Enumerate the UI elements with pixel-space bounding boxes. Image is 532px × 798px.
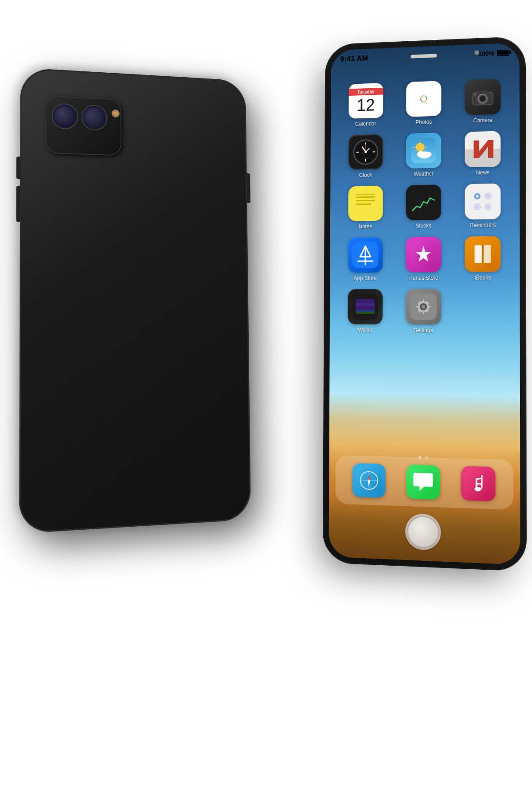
svg-rect-29 bbox=[411, 138, 436, 163]
power-button[interactable] bbox=[247, 173, 250, 203]
app-item-wallet[interactable]: Wallet bbox=[338, 289, 392, 333]
volume-up-button[interactable] bbox=[16, 156, 20, 179]
app-icon-stocks[interactable] bbox=[406, 184, 442, 220]
app-icon-calendar[interactable]: Tuesday 12 bbox=[348, 83, 383, 119]
svg-point-72 bbox=[422, 305, 425, 309]
app-item-calendar[interactable]: Tuesday 12 Calendar bbox=[339, 82, 392, 128]
svg-rect-62 bbox=[484, 245, 491, 263]
settings-svg bbox=[410, 293, 437, 320]
camera-svg bbox=[472, 88, 494, 106]
app-icon-news[interactable] bbox=[465, 131, 501, 167]
svg-rect-68 bbox=[356, 303, 375, 306]
camera-bump bbox=[45, 95, 121, 156]
svg-rect-63 bbox=[482, 245, 484, 263]
phone-back bbox=[19, 67, 251, 533]
app-label-photos: Photos bbox=[415, 119, 432, 125]
dock-icon-music[interactable] bbox=[461, 466, 496, 501]
app-item-notes[interactable]: Notes bbox=[339, 185, 392, 230]
app-item-news[interactable]: News bbox=[455, 131, 511, 176]
app-item-itunes[interactable]: iTunes Store bbox=[396, 237, 451, 282]
messages-svg bbox=[410, 468, 436, 496]
itunes-svg bbox=[410, 241, 437, 268]
status-time: 9:41 AM bbox=[340, 54, 368, 64]
app-item-stocks[interactable]: Stocks bbox=[396, 184, 451, 229]
app-item-photos[interactable]: Photos bbox=[397, 80, 451, 126]
app-label-itunes: iTunes Store bbox=[408, 275, 438, 281]
app-label-camera: Camera bbox=[473, 117, 492, 124]
app-icon-camera[interactable] bbox=[465, 78, 501, 115]
app-label-clock: Clock bbox=[359, 172, 372, 178]
dock-icon-safari[interactable] bbox=[352, 463, 385, 498]
dock-icon-messages[interactable] bbox=[406, 465, 440, 500]
calendar-day: Tuesday bbox=[348, 88, 383, 96]
app-label-ibooks: iBooks bbox=[475, 274, 491, 281]
status-right: 100% bbox=[478, 49, 510, 58]
app-label-appstore: App Store bbox=[354, 275, 377, 282]
app-icon-ibooks[interactable] bbox=[465, 236, 501, 272]
app-label-wallet: Wallet bbox=[358, 327, 372, 333]
stocks-svg bbox=[411, 189, 437, 216]
music-svg bbox=[465, 470, 492, 498]
app-label-stocks: Stocks bbox=[415, 223, 431, 229]
app-item-reminders[interactable]: Reminders bbox=[455, 183, 511, 228]
weather-svg bbox=[411, 138, 436, 163]
photos-svg bbox=[411, 85, 437, 112]
ibooks-svg bbox=[469, 241, 497, 268]
dock-app-messages[interactable] bbox=[406, 465, 440, 500]
app-icon-itunes[interactable] bbox=[406, 237, 441, 272]
app-item-camera[interactable]: Camera bbox=[455, 78, 511, 125]
dock bbox=[336, 455, 513, 510]
app-label-weather: Weather bbox=[414, 171, 434, 177]
dock-app-music[interactable] bbox=[461, 466, 496, 501]
reminders-svg bbox=[469, 188, 497, 215]
app-icon-photos[interactable] bbox=[406, 81, 441, 117]
scene: 9:41 AM 100% Tuesday 12 Calendar bbox=[0, 0, 532, 798]
svg-rect-46 bbox=[469, 188, 497, 215]
app-icon-clock[interactable] bbox=[348, 134, 383, 170]
svg-rect-43 bbox=[356, 203, 371, 205]
news-svg bbox=[465, 131, 501, 167]
battery-fill bbox=[498, 51, 508, 55]
clock-svg bbox=[352, 139, 379, 165]
flash bbox=[112, 110, 120, 118]
app-icon-settings[interactable] bbox=[406, 289, 441, 325]
app-icon-reminders[interactable] bbox=[465, 184, 501, 220]
calendar-date: 12 bbox=[356, 95, 375, 113]
lens-2 bbox=[82, 105, 106, 130]
app-icon-appstore[interactable] bbox=[348, 237, 383, 273]
phone-screen: 9:41 AM 100% Tuesday 12 Calendar bbox=[329, 43, 520, 565]
battery-percent: 100% bbox=[478, 50, 494, 57]
app-item-appstore[interactable]: App Store bbox=[339, 237, 392, 282]
app-item-clock[interactable]: Clock bbox=[339, 134, 392, 179]
app-item-weather[interactable]: Weather bbox=[397, 132, 451, 177]
app-label-notes: Notes bbox=[359, 223, 372, 230]
app-label-settings: Settings bbox=[414, 327, 433, 333]
dock-app-safari[interactable] bbox=[352, 463, 385, 498]
app-icon-wallet[interactable] bbox=[348, 289, 382, 324]
battery-icon bbox=[497, 50, 509, 56]
lens-1 bbox=[53, 104, 77, 129]
notes-svg bbox=[352, 190, 379, 217]
app-item-settings[interactable]: Settings bbox=[396, 289, 451, 333]
app-label-news: News bbox=[476, 169, 489, 176]
app-item-ibooks[interactable]: iBooks bbox=[455, 236, 511, 281]
app-grid: Tuesday 12 Calendar bbox=[330, 69, 520, 334]
app-label-calendar: Calendar bbox=[355, 121, 376, 127]
svg-rect-61 bbox=[475, 245, 482, 263]
phone-front: 9:41 AM 100% Tuesday 12 Calendar bbox=[329, 43, 520, 565]
app-label-reminders: Reminders bbox=[470, 222, 496, 228]
app-icon-weather[interactable] bbox=[406, 133, 441, 168]
appstore-svg bbox=[352, 242, 378, 268]
app-icon-notes[interactable] bbox=[348, 186, 383, 221]
volume-down-button[interactable] bbox=[16, 186, 20, 222]
safari-svg bbox=[356, 467, 382, 494]
svg-rect-14 bbox=[478, 90, 488, 94]
wallet-svg bbox=[352, 293, 378, 320]
